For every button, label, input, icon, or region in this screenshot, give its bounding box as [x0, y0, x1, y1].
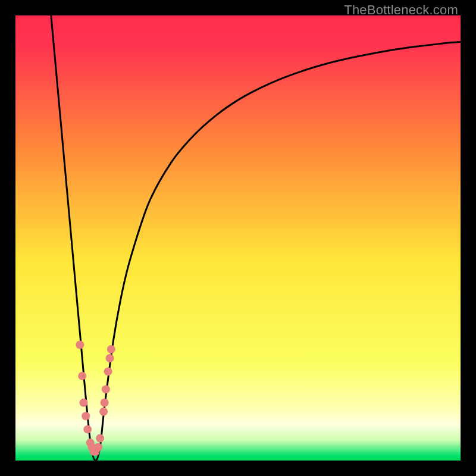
bottleneck-chart — [15, 15, 461, 461]
data-marker — [106, 354, 114, 362]
data-marker — [94, 443, 102, 452]
gradient-background — [15, 15, 461, 461]
data-marker — [102, 385, 110, 393]
data-marker — [82, 412, 90, 420]
data-marker — [104, 367, 112, 375]
data-marker — [96, 434, 104, 443]
data-marker — [107, 345, 115, 353]
data-marker — [99, 408, 108, 416]
chart-frame — [15, 15, 461, 461]
data-marker — [79, 399, 87, 407]
data-marker — [101, 399, 109, 407]
data-marker — [76, 341, 84, 349]
data-marker — [83, 425, 92, 434]
watermark-text: TheBottleneck.com — [344, 2, 458, 18]
data-marker — [78, 372, 86, 380]
